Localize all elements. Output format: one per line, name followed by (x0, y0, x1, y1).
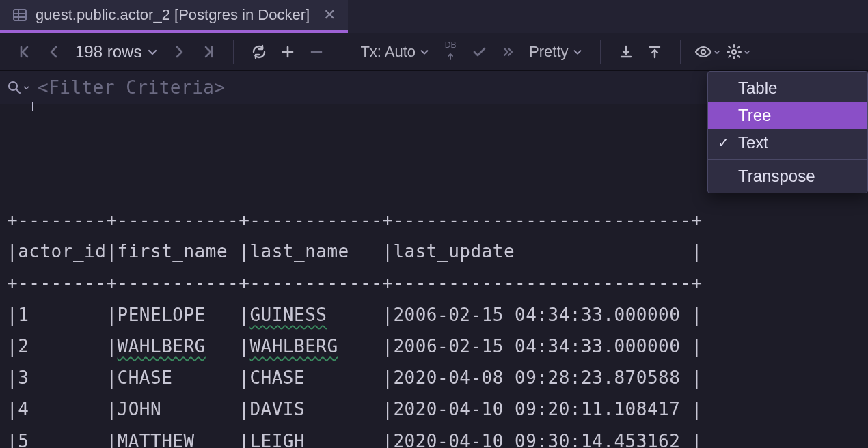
commit-button[interactable] (465, 38, 493, 66)
menu-item-tree[interactable]: Tree (708, 102, 867, 129)
prev-page-button[interactable] (40, 38, 68, 66)
io-group (603, 33, 677, 70)
menu-divider (708, 159, 867, 160)
menu-item-transpose[interactable]: Transpose (708, 163, 867, 190)
menu-item-label: Text (738, 133, 768, 152)
table-row: |1 |PENELOPE |GUINESS |2006-02-15 04:34:… (7, 299, 861, 331)
chevron-down-icon (714, 48, 720, 55)
menu-item-text[interactable]: ✓Text (708, 129, 867, 156)
db-upload-button[interactable]: DB (436, 38, 465, 66)
table-row: |4 |JOHN |DAVIS |2020-04-10 09:20:11.108… (7, 393, 861, 425)
last-page-button[interactable] (193, 38, 222, 66)
toolbar: 198 rows Tx: Auto DB (0, 33, 868, 71)
edit-group (236, 33, 339, 70)
view-group (683, 33, 761, 70)
separator (342, 40, 342, 64)
chevron-down-icon (420, 47, 429, 57)
pager-group: 198 rows (3, 33, 230, 70)
separator (233, 40, 234, 64)
menu-item-table[interactable]: Table (708, 74, 867, 102)
check-icon: ✓ (718, 135, 729, 151)
more-actions-button[interactable] (493, 38, 522, 66)
import-button[interactable] (640, 38, 669, 66)
text-cursor (32, 102, 33, 111)
tx-group: Tx: Auto DB Pretty (345, 33, 597, 70)
view-mode-button[interactable] (692, 38, 723, 66)
reload-button[interactable] (245, 38, 273, 66)
tab-title: guest.public.actor_2 [Postgres in Docker… (36, 6, 310, 24)
export-button[interactable] (612, 38, 640, 66)
pretty-label: Pretty (529, 43, 568, 61)
table-row: |3 |CHASE |CHASE |2020-04-08 09:28:23.87… (7, 362, 861, 393)
tab-strip: guest.public.actor_2 [Postgres in Docker… (0, 0, 868, 33)
table-icon (12, 8, 27, 23)
search-icon[interactable] (7, 80, 29, 95)
divider-line: +--------+-----------+------------+-----… (7, 204, 861, 236)
editor-tab[interactable]: guest.public.actor_2 [Postgres in Docker… (0, 0, 348, 33)
pretty-dropdown[interactable]: Pretty (522, 38, 588, 66)
svg-rect-0 (14, 10, 26, 20)
chevron-down-icon (573, 47, 582, 57)
tx-mode-dropdown[interactable]: Tx: Auto (353, 38, 436, 66)
menu-item-label: Transpose (738, 167, 815, 186)
svg-point-12 (732, 50, 736, 54)
svg-point-11 (701, 50, 705, 54)
menu-item-label: Table (738, 79, 777, 98)
separator (680, 40, 681, 64)
row-count-label: 198 rows (75, 42, 141, 61)
remove-row-button[interactable] (302, 38, 331, 66)
separator (600, 40, 601, 64)
settings-button[interactable] (723, 38, 753, 66)
table-row: |5 |MATTHEW |LEIGH |2020-04-10 09:30:14.… (7, 425, 861, 448)
chevron-down-icon (744, 48, 750, 55)
add-row-button[interactable] (273, 38, 302, 66)
next-page-button[interactable] (165, 38, 193, 66)
table-row: |2 |WAHLBERG |WAHLBERG |2006-02-15 04:34… (7, 331, 861, 362)
tx-mode-label: Tx: Auto (360, 43, 416, 61)
svg-line-14 (16, 89, 20, 93)
view-mode-menu: TableTree✓TextTranspose (707, 71, 868, 193)
menu-item-label: Tree (738, 106, 771, 125)
svg-point-13 (9, 82, 17, 90)
filter-input[interactable]: <Filter Criteria> (38, 77, 226, 98)
close-icon[interactable]: ✕ (323, 8, 336, 23)
chevron-down-icon (147, 46, 158, 57)
divider-line: +--------+-----------+------------+-----… (7, 267, 861, 298)
header-row: |actor_id|first_name |last_name |last_up… (7, 236, 861, 267)
row-count[interactable]: 198 rows (68, 42, 165, 61)
first-page-button[interactable] (11, 38, 40, 66)
